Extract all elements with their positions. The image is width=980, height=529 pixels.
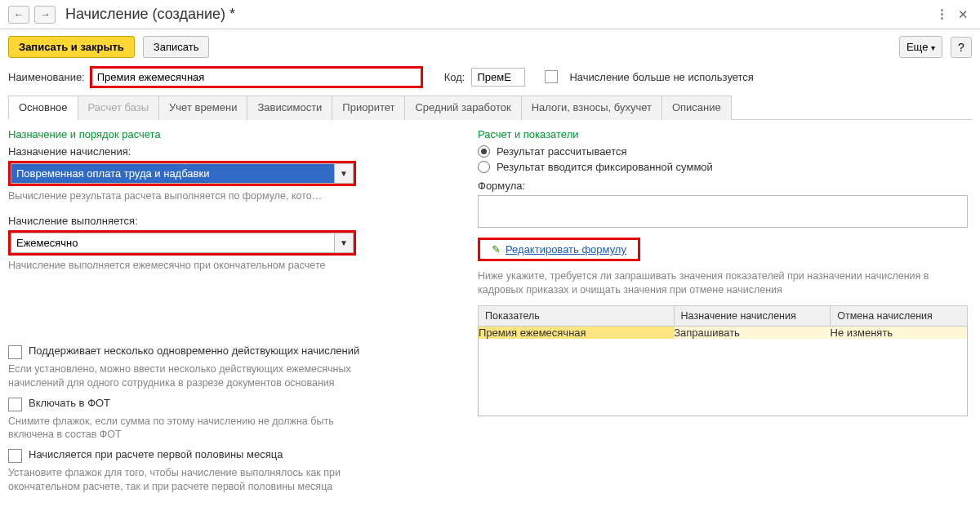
fot-check[interactable]: [8, 398, 22, 411]
perform-combo-highlight: ▼: [8, 230, 356, 256]
not-used-checkbox[interactable]: [545, 70, 558, 83]
radio-fixed-label: Результат вводится фиксированной суммой: [497, 161, 713, 173]
code-input[interactable]: [471, 68, 525, 87]
name-label: Наименование:: [8, 71, 85, 83]
edit-formula-link[interactable]: Редактировать формулу: [506, 243, 626, 256]
cell-onassign: Запрашивать: [674, 327, 830, 339]
assign-combo-arrow[interactable]: ▼: [334, 163, 354, 184]
more-button[interactable]: Еще ▾: [899, 36, 942, 58]
fot-check-hint: Снимите флажок, если сумма по этому начи…: [8, 415, 359, 442]
th-oncancel: Отмена начисления: [831, 305, 968, 326]
radio-calculated-label: Результат рассчитывается: [497, 145, 627, 158]
nav-forward-button[interactable]: →: [34, 6, 56, 24]
pencil-icon: ✎: [492, 243, 501, 256]
save-and-close-button[interactable]: Записать и закрыть: [8, 36, 135, 58]
not-used-label: Начисление больше не используется: [569, 71, 753, 83]
tab-priority[interactable]: Приоритет: [332, 96, 405, 120]
formula-box[interactable]: [478, 195, 968, 228]
assign-label: Назначение начисления:: [8, 145, 453, 158]
assign-hint: Вычисление результата расчета выполняетс…: [8, 189, 453, 203]
code-label: Код:: [444, 71, 466, 83]
formula-label: Формула:: [478, 180, 972, 192]
header-fields-row: Наименование: Код: Начисление больше не …: [0, 64, 980, 90]
multi-check[interactable]: [8, 345, 22, 359]
multi-check-hint: Если установлено, можно ввести несколько…: [8, 362, 359, 390]
tab-deps[interactable]: Зависимости: [247, 96, 332, 120]
close-button[interactable]: ✕: [955, 6, 972, 24]
multi-check-label: Поддерживает несколько одновременно дейс…: [29, 345, 359, 357]
help-button[interactable]: ?: [951, 37, 972, 58]
table-row[interactable]: Премия ежемесячная Запрашивать Не изменя…: [479, 327, 967, 339]
indicators-note: Ниже укажите, требуется ли запрашивать з…: [478, 269, 951, 297]
firsthalf-check[interactable]: [8, 449, 22, 463]
save-button[interactable]: Записать: [143, 36, 210, 58]
right-section-title: Расчет и показатели: [478, 128, 972, 140]
left-section-title: Назначение и порядок расчета: [8, 128, 453, 140]
tab-desc[interactable]: Описание: [662, 96, 732, 120]
firsthalf-check-hint: Установите флажок для того, чтобы начисл…: [8, 466, 368, 494]
perform-label: Начисление выполняется:: [8, 215, 453, 227]
assign-combo-highlight: ▼: [8, 161, 356, 186]
cell-oncancel: Не изменять: [831, 327, 967, 339]
perform-combo-arrow[interactable]: ▼: [334, 233, 354, 253]
radio-calculated[interactable]: [478, 145, 490, 158]
tabs-bar: Основное Расчет базы Учет времени Зависи…: [8, 95, 972, 120]
tab-tax[interactable]: Налоги, взносы, бухучет: [521, 96, 662, 120]
perform-hint: Начисление выполняется ежемесячно при ок…: [8, 259, 453, 273]
indicators-table-header: Показатель Назначение начисления Отмена …: [478, 305, 968, 327]
tab-base[interactable]: Расчет базы: [78, 96, 160, 120]
edit-formula-highlight: ✎ Редактировать формулу: [478, 238, 640, 261]
cell-indicator: Премия ежемесячная: [479, 327, 674, 339]
window-title: Начисление (создание) *: [65, 6, 936, 23]
th-indicator: Показатель: [479, 305, 675, 326]
tab-main[interactable]: Основное: [8, 96, 78, 120]
name-input[interactable]: [91, 68, 421, 87]
firsthalf-check-label: Начисляется при расчете первой половины …: [29, 448, 283, 460]
kebab-menu-icon[interactable]: [941, 9, 943, 20]
tab-time[interactable]: Учет времени: [158, 96, 247, 120]
radio-fixed[interactable]: [478, 161, 490, 173]
nav-back-button[interactable]: ←: [8, 6, 29, 24]
assign-combo-input[interactable]: [11, 163, 334, 184]
indicators-table-body[interactable]: Премия ежемесячная Запрашивать Не изменя…: [478, 327, 968, 416]
th-onassign: Назначение начисления: [674, 305, 831, 326]
fot-check-label: Включать в ФОТ: [29, 397, 110, 409]
tab-average[interactable]: Средний заработок: [404, 96, 521, 120]
titlebar: ← → Начисление (создание) * ✕: [0, 0, 980, 29]
perform-combo-input[interactable]: [11, 233, 334, 253]
command-bar: Записать и закрыть Записать Еще ▾ ?: [0, 29, 980, 64]
